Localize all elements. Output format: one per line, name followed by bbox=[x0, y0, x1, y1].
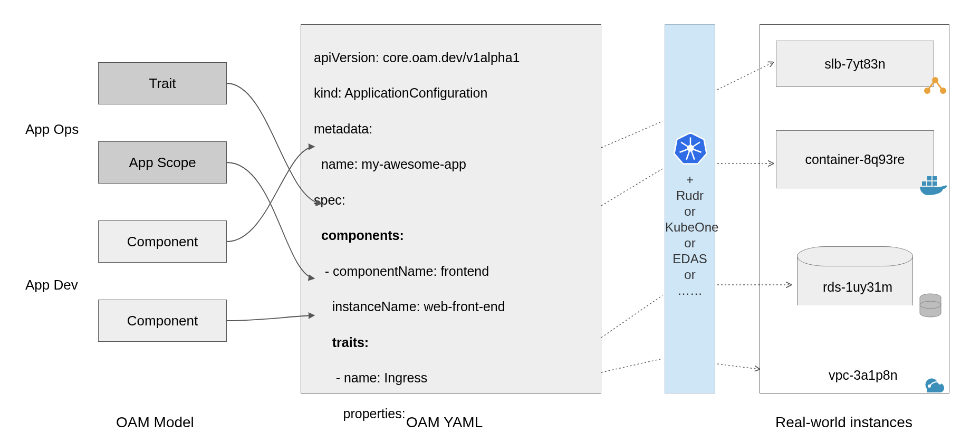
runtime-item: KubeOne bbox=[665, 220, 715, 235]
svg-line-12 bbox=[927, 80, 935, 91]
kubernetes-icon bbox=[674, 131, 707, 165]
role-app-ops-label: App Ops bbox=[25, 121, 79, 138]
svg-rect-16 bbox=[933, 181, 937, 186]
instance-container: container-8q93re bbox=[776, 130, 934, 188]
runtime-plus: + bbox=[665, 172, 715, 187]
instance-container-label: container-8q93re bbox=[805, 152, 905, 167]
yaml-line-bold: components: bbox=[314, 227, 590, 245]
runtime-column: + Rudr or KubeOne or EDAS or …… bbox=[665, 24, 715, 393]
instance-slb: slb-7yt83n bbox=[776, 41, 934, 87]
runtime-item: EDAS bbox=[665, 252, 715, 266]
svg-rect-14 bbox=[922, 181, 926, 186]
model-trait-box: Trait bbox=[98, 62, 227, 104]
runtime-item: or bbox=[665, 204, 715, 219]
diagram-canvas: App Ops App Dev Trait App Scope Componen… bbox=[0, 0, 980, 442]
yaml-line: spec: bbox=[314, 191, 590, 209]
instance-slb-label: slb-7yt83n bbox=[824, 56, 885, 72]
model-component2-label: Component bbox=[127, 313, 198, 329]
model-trait-label: Trait bbox=[149, 75, 176, 92]
yaml-line: metadata: bbox=[314, 120, 590, 138]
model-component1-box: Component bbox=[98, 220, 227, 263]
instances-section-title: Real-world instances bbox=[775, 414, 912, 431]
runtime-item: or bbox=[665, 236, 715, 251]
instance-rds-label: rds-1uy31m bbox=[823, 280, 892, 295]
database-icon bbox=[918, 293, 943, 323]
yaml-line: kind: ApplicationConfiguration bbox=[314, 84, 590, 102]
cloud-network-icon bbox=[919, 374, 948, 396]
runtime-item: Rudr bbox=[665, 188, 715, 203]
svg-line-13 bbox=[935, 80, 943, 91]
yaml-line-bold: traits: bbox=[314, 334, 590, 352]
yaml-line: name: my-awesome-app bbox=[314, 156, 590, 174]
yaml-line: instanceName: web-front-end bbox=[314, 298, 590, 316]
model-scope-box: App Scope bbox=[98, 141, 227, 184]
docker-icon bbox=[919, 174, 948, 197]
instances-panel: slb-7yt83n container-8q93re vpc-3a1p8n bbox=[760, 24, 949, 393]
model-component2-box: Component bbox=[98, 300, 227, 342]
instance-vpc-label: vpc-3a1p8n bbox=[829, 368, 898, 383]
yaml-line: - name: Ingress bbox=[314, 369, 590, 387]
svg-rect-17 bbox=[927, 176, 931, 180]
runtime-item: or bbox=[665, 267, 715, 282]
yaml-section-title: OAM YAML bbox=[406, 414, 483, 431]
model-scope-label: App Scope bbox=[129, 155, 196, 171]
runtime-item: …… bbox=[665, 283, 715, 298]
yaml-panel: apiVersion: core.oam.dev/v1alpha1 kind: … bbox=[301, 24, 601, 393]
yaml-line: - componentName: frontend bbox=[314, 263, 590, 281]
model-component1-label: Component bbox=[127, 234, 198, 250]
svg-rect-15 bbox=[927, 181, 931, 186]
yaml-line: apiVersion: core.oam.dev/v1alpha1 bbox=[314, 49, 590, 67]
load-balancer-icon bbox=[923, 76, 947, 97]
model-section-title: OAM Model bbox=[116, 414, 194, 431]
role-app-dev-label: App Dev bbox=[25, 277, 78, 293]
svg-rect-18 bbox=[933, 176, 937, 180]
